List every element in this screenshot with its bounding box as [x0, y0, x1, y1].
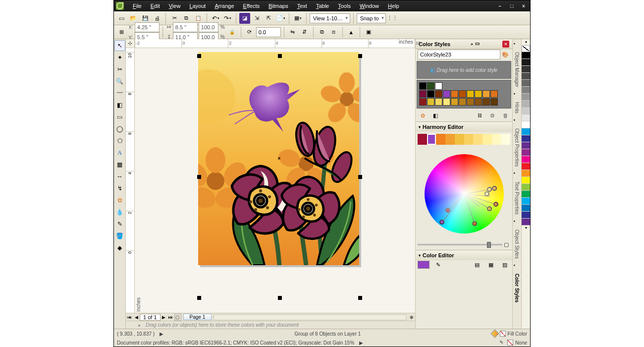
style-options-button[interactable] [487, 111, 497, 120]
close-button[interactable]: × [519, 3, 528, 9]
harmony-slider[interactable]: ▢ [418, 241, 510, 248]
palette-swatch[interactable] [522, 212, 530, 219]
handle-tr[interactable] [358, 54, 362, 58]
ellipse-tool[interactable]: ◯ [114, 123, 125, 134]
eyedropper-tool[interactable]: 💧 [114, 207, 125, 218]
options-button[interactable]: ⋮⋮ [387, 13, 398, 24]
palette-swatch[interactable] [522, 66, 530, 73]
menu-arrange[interactable]: Arrange [211, 2, 238, 10]
horizontal-scrollbar[interactable] [214, 314, 406, 320]
connector-tool[interactable]: ↯ [114, 183, 125, 194]
menu-table[interactable]: Table [312, 2, 333, 10]
fill-none-icon[interactable] [500, 331, 506, 337]
color-style-swatch[interactable] [459, 90, 466, 98]
new-harmony-button[interactable]: ◧ [430, 111, 440, 120]
table-tool[interactable]: ▦ [114, 159, 125, 170]
harmony-swatch[interactable] [427, 134, 436, 145]
next-page-button[interactable]: ▶ [161, 314, 167, 321]
collapse-docker-button[interactable]: » [471, 42, 473, 47]
handle-mr[interactable] [358, 175, 362, 179]
search-content-button[interactable]: ◪ [239, 13, 250, 24]
harmony-marker[interactable] [492, 186, 497, 191]
color-wheel[interactable] [425, 154, 504, 233]
polygon-tool[interactable]: ⬠ [114, 135, 125, 146]
menu-bitmaps[interactable]: Bitmaps [265, 2, 292, 10]
smart-fill-tool[interactable]: ◧ [114, 100, 125, 111]
width-field[interactable]: 8.5 " [173, 22, 198, 32]
color-style-name-field[interactable]: ColorStyle23 [418, 50, 500, 59]
palette-swatch[interactable] [522, 108, 530, 115]
harmony-swatch[interactable] [464, 134, 474, 145]
menu-window[interactable]: Window [356, 2, 383, 10]
docker-tab-object-styles[interactable]: Object Styles [514, 227, 520, 262]
fill-tool[interactable]: 🪣 [114, 231, 125, 241]
color-style-swatch[interactable] [490, 90, 498, 98]
harmony-marker[interactable] [484, 191, 489, 196]
docker-tab-text-properties[interactable]: Text Properties [514, 178, 520, 218]
no-color-swatch[interactable] [522, 45, 530, 52]
palette-swatch[interactable] [522, 170, 530, 177]
dimension-tool[interactable]: ↔ [114, 171, 125, 182]
color-editor-header[interactable]: Color Editor [416, 250, 512, 260]
freehand-tool[interactable]: 〰 [114, 88, 125, 99]
mirror-v-button[interactable]: ⇵ [299, 27, 310, 38]
eyedropper-button[interactable]: ✎ [432, 259, 443, 270]
crop-tool[interactable]: ✂ [114, 64, 125, 75]
harmony-marker[interactable] [487, 206, 492, 211]
palette-swatch[interactable] [522, 156, 530, 163]
color-style-swatch[interactable] [427, 98, 434, 106]
color-style-swatch[interactable] [467, 98, 474, 106]
interactive-fill-tool[interactable]: ◆ [114, 242, 125, 253]
rotation-field[interactable]: 0.0 [256, 27, 281, 37]
palette-swatch[interactable] [522, 52, 530, 59]
menu-help[interactable]: Help [384, 2, 403, 10]
color-style-swatch[interactable] [451, 98, 458, 106]
import-button[interactable]: ⇲ [251, 13, 262, 24]
harmony-swatch[interactable] [436, 134, 445, 145]
color-sliders-button[interactable]: ▦ [485, 259, 496, 270]
harmony-swatch[interactable] [445, 134, 455, 145]
wrap-text-button[interactable]: ▣ [363, 27, 374, 38]
color-style-swatch[interactable] [427, 90, 434, 98]
ruler-origin-button[interactable]: ⊹ [126, 39, 135, 48]
menu-file[interactable]: File [129, 2, 146, 10]
add-page-button[interactable]: ▢ [174, 314, 181, 321]
color-palettes-button[interactable]: ▨ [499, 259, 510, 270]
handle-ml[interactable] [197, 175, 201, 179]
zoom-combo[interactable]: View 1-10…▼ [310, 13, 350, 23]
menu-edit[interactable]: Edit [147, 2, 164, 10]
palette-scroll-up[interactable]: ▴ [522, 39, 530, 45]
harmony-swatch[interactable] [473, 134, 483, 145]
docker-tab-icon[interactable]: ▪ [514, 117, 521, 124]
color-style-swatch[interactable] [443, 98, 450, 106]
palette-swatch[interactable] [522, 191, 530, 198]
palette-swatch[interactable] [522, 184, 530, 191]
ungroup-button[interactable]: ⧉ [317, 27, 327, 38]
color-style-swatch[interactable] [475, 90, 482, 98]
palette-swatch[interactable] [522, 149, 530, 156]
harmony-swatch[interactable] [492, 134, 501, 145]
outline-none-icon[interactable] [507, 340, 513, 346]
close-docker-button[interactable]: × [502, 41, 509, 48]
palette-swatch[interactable] [522, 198, 530, 205]
harmony-editor-header[interactable]: Harmony Editor [416, 122, 512, 132]
color-style-swatch[interactable] [435, 90, 442, 98]
snap-to-combo[interactable]: Snap to▼ [357, 13, 386, 23]
color-style-swatch[interactable] [419, 98, 427, 106]
color-style-swatch[interactable] [443, 90, 450, 98]
color-style-swatch[interactable] [483, 90, 490, 98]
palette-swatch[interactable] [522, 128, 530, 135]
new-button[interactable] [116, 13, 127, 24]
docker-tab-icon[interactable]: ▪ [514, 41, 521, 48]
harmony-marker[interactable] [445, 208, 450, 213]
docker-tab-icon[interactable]: ▪ [514, 219, 521, 226]
interactive-tool[interactable]: ✿ [114, 195, 125, 206]
palette-swatch[interactable] [522, 59, 530, 66]
palette-swatch[interactable] [522, 80, 530, 87]
palette-swatch[interactable] [522, 115, 530, 121]
palette-swatch[interactable] [522, 177, 530, 184]
palette-swatch[interactable] [522, 163, 530, 170]
harmony-swatch[interactable] [455, 134, 464, 145]
menu-tools[interactable]: Tools [334, 2, 355, 10]
color-style-swatch[interactable] [419, 90, 427, 98]
